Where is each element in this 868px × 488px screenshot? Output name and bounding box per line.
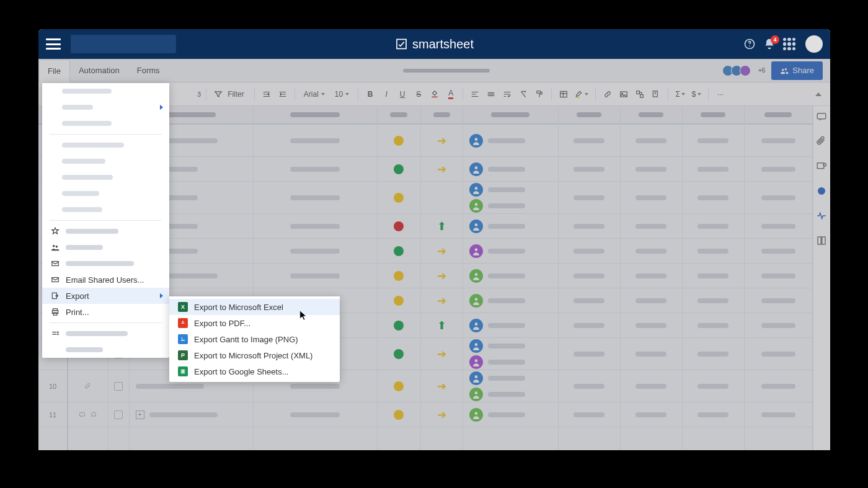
svg-point-16 xyxy=(474,203,477,206)
format-paint-icon[interactable] xyxy=(533,87,546,102)
proof-icon[interactable] xyxy=(649,87,663,102)
svg-point-18 xyxy=(474,248,477,251)
indent-out-icon[interactable] xyxy=(260,87,273,102)
svg-rect-12 xyxy=(80,412,85,416)
user-avatar[interactable] xyxy=(805,35,823,53)
svg-rect-28 xyxy=(818,163,825,169)
fill-color-icon[interactable] xyxy=(428,87,441,102)
export-sheets[interactable]: Export to Google Sheets... xyxy=(169,363,340,379)
svg-point-17 xyxy=(474,223,477,226)
svg-point-14 xyxy=(474,166,477,169)
cell-link-icon[interactable] xyxy=(633,87,647,102)
file-menu-settings[interactable] xyxy=(42,326,169,342)
svg-point-30 xyxy=(818,187,825,195)
highlight-icon[interactable] xyxy=(573,87,590,102)
strike-icon[interactable]: S xyxy=(412,87,425,102)
link-icon[interactable] xyxy=(601,87,614,102)
svg-rect-4 xyxy=(537,91,541,93)
export-pdf[interactable]: Export to PDF... xyxy=(169,315,340,331)
share-button[interactable]: Share xyxy=(771,61,823,80)
svg-point-26 xyxy=(474,412,477,415)
svg-point-22 xyxy=(474,343,477,346)
bold-icon[interactable]: B xyxy=(363,87,377,102)
file-menu-share[interactable] xyxy=(42,239,169,255)
svg-rect-6 xyxy=(576,97,580,98)
more-icon[interactable]: ··· xyxy=(714,87,727,102)
clear-format-icon[interactable] xyxy=(516,87,530,102)
activity-log-icon[interactable] xyxy=(816,210,827,221)
file-menu-export[interactable]: Export xyxy=(42,288,169,304)
file-menu-item[interactable] xyxy=(42,202,169,218)
notifications-icon[interactable]: 4 xyxy=(763,38,776,50)
file-menu-item[interactable] xyxy=(42,99,169,115)
filter-label[interactable]: Filter xyxy=(228,90,244,99)
svg-point-21 xyxy=(474,322,477,326)
svg-point-2 xyxy=(749,46,750,47)
svg-point-29 xyxy=(823,164,826,167)
font-select[interactable]: Arial xyxy=(300,90,329,99)
export-project[interactable]: PExport to Microsoft Project (XML) xyxy=(169,347,340,363)
svg-point-24 xyxy=(474,375,477,378)
indent-in-icon[interactable] xyxy=(276,87,290,102)
notification-badge: 4 xyxy=(771,35,779,44)
brand-text: smartsheet xyxy=(412,37,474,51)
mouse-cursor xyxy=(299,310,308,321)
export-png[interactable]: Export Gantt to Image (PNG) xyxy=(169,331,340,347)
file-menu-item[interactable] xyxy=(42,342,169,358)
conditional-format-icon[interactable] xyxy=(557,87,570,102)
collaborator-count: +6 xyxy=(758,67,765,74)
file-menu-email-shared[interactable]: Email Shared Users... xyxy=(42,272,169,288)
filter-icon[interactable] xyxy=(211,87,225,102)
proofs-dock-icon[interactable] xyxy=(816,161,827,172)
tab-forms[interactable]: Forms xyxy=(128,59,169,82)
svg-rect-3 xyxy=(432,96,438,97)
file-menu-item[interactable] xyxy=(42,185,169,202)
tab-file[interactable]: File xyxy=(38,60,70,82)
conversations-icon[interactable] xyxy=(816,111,827,122)
italic-icon[interactable]: I xyxy=(379,87,393,102)
svg-point-39 xyxy=(182,337,183,339)
file-menu-item[interactable] xyxy=(42,169,169,185)
file-menu-item[interactable] xyxy=(42,153,169,169)
menu-tabs: File Automation Forms +6 Share xyxy=(38,59,830,82)
svg-point-20 xyxy=(474,298,477,301)
export-excel[interactable]: XExport to Microsoft Excel xyxy=(169,299,340,315)
underline-icon[interactable]: U xyxy=(396,87,409,102)
export-submenu: XExport to Microsoft Excel Export to PDF… xyxy=(169,296,340,382)
file-menu: Email Shared Users... Export Print... xyxy=(42,83,169,358)
svg-rect-9 xyxy=(637,91,640,94)
menu-icon[interactable] xyxy=(46,38,61,50)
collapse-toolbar-icon[interactable] xyxy=(815,92,822,96)
file-menu-email[interactable] xyxy=(42,255,169,272)
currency-icon[interactable]: $ xyxy=(689,87,703,102)
search-input[interactable] xyxy=(71,35,176,53)
attachments-icon[interactable] xyxy=(816,136,827,147)
image-icon[interactable] xyxy=(617,87,631,102)
svg-point-19 xyxy=(474,273,477,276)
file-menu-item[interactable] xyxy=(42,83,169,99)
svg-rect-27 xyxy=(818,113,826,119)
publish-icon[interactable] xyxy=(816,185,827,197)
app-header: smartsheet 4 xyxy=(38,29,830,59)
help-icon[interactable] xyxy=(743,38,756,50)
align-vert-icon[interactable] xyxy=(484,87,498,102)
brand-logo: smartsheet xyxy=(395,37,474,51)
wrap-icon[interactable] xyxy=(500,87,514,102)
brandfolder-icon[interactable] xyxy=(816,235,827,246)
file-menu-item[interactable] xyxy=(42,115,169,131)
font-size-select[interactable]: 10 xyxy=(331,90,353,99)
svg-rect-0 xyxy=(397,40,406,49)
svg-rect-32 xyxy=(822,237,825,244)
tab-automation[interactable]: Automation xyxy=(70,59,128,82)
collaborator-faces[interactable] xyxy=(725,65,751,76)
align-left-icon[interactable] xyxy=(468,87,482,102)
file-menu-favorite[interactable] xyxy=(42,223,169,239)
file-menu-item[interactable] xyxy=(42,137,169,153)
text-color-icon[interactable]: A xyxy=(444,87,458,102)
apps-icon[interactable] xyxy=(783,38,795,50)
svg-rect-31 xyxy=(818,237,821,244)
sum-icon[interactable]: Σ xyxy=(673,87,687,102)
file-menu-print[interactable]: Print... xyxy=(42,304,169,320)
svg-rect-10 xyxy=(640,94,644,97)
svg-point-15 xyxy=(474,187,477,190)
